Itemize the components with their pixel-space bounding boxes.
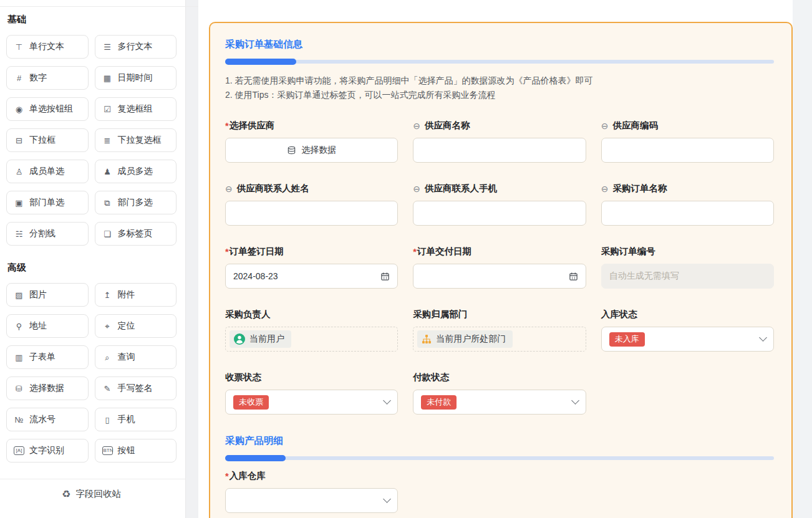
sidebar-item-single-line-text[interactable]: ⊤单行文本	[6, 35, 89, 59]
note-line-1: 1. 若无需使用采购申请功能，将采购产品明细中「选择产品」的数据源改为《产品价格…	[225, 74, 774, 88]
select-data-button-label: 选择数据	[301, 145, 336, 156]
date-value: 2024-08-23	[233, 271, 278, 281]
sidebar-item-dept-single[interactable]: ▣部门单选	[6, 191, 89, 214]
progress-fill	[225, 59, 296, 65]
sidebar-item-select-data[interactable]: ⛁选择数据	[6, 377, 89, 400]
section-heading-basic: 基础	[7, 14, 176, 26]
sidebar-item-serial-number[interactable]: №流水号	[6, 408, 89, 431]
field-label: 入库状态	[601, 309, 774, 320]
basic-fields-grid: ⊤单行文本☰多行文本#数字▦日期时间◉单选按钮组☑复选框组⊟下拉框≣下拉复选框♙…	[6, 35, 176, 246]
sidebar-item-label: 选择数据	[29, 383, 64, 394]
sidebar-item-signature[interactable]: ✎手写签名	[95, 377, 177, 400]
department-picker[interactable]: 当前用户所处部门	[413, 327, 586, 352]
sidebar-item-dropdown-multi[interactable]: ≣下拉复选框	[95, 128, 177, 152]
sidebar-item-multi-line-text[interactable]: ☰多行文本	[95, 35, 177, 59]
payment-status-select[interactable]: 未付款	[413, 390, 586, 415]
sidebar-item-subform[interactable]: ▥子表单	[6, 345, 89, 369]
sidebar-item-label: 部门单选	[29, 197, 64, 208]
field-label-text: 采购订单编号	[601, 246, 655, 257]
field-label-text: 供应商编码	[612, 120, 658, 132]
field-label: ⊖ 供应商编码	[601, 120, 774, 132]
sidebar-item-label: 图片	[29, 289, 47, 300]
sidebar-item-checkbox-group[interactable]: ☑复选框组	[95, 97, 177, 121]
recycle-icon: ♻	[62, 489, 70, 499]
field-label: 采购归属部门	[413, 309, 586, 320]
sidebar-item-multi-tab[interactable]: ❏多标签页	[95, 222, 177, 246]
right-gutter	[793, 0, 812, 518]
field-sign-date: * 订单签订日期 2024-08-23	[225, 246, 398, 289]
selected-form-panel[interactable]: 采购订单基础信息 1. 若无需使用采购申请功能，将采购产品明细中「选择产品」的数…	[209, 22, 793, 518]
field-label: ⊖ 供应商联系人姓名	[225, 183, 398, 194]
field-recycle-bin-button[interactable]: ♻ 字段回收站	[6, 479, 176, 509]
supplier-name-input[interactable]	[413, 138, 586, 163]
sidebar-item-datetime[interactable]: ▦日期时间	[95, 66, 177, 90]
contact-phone-input[interactable]	[413, 201, 586, 226]
field-payment-status: 付款状态 未付款	[413, 372, 586, 415]
sidebar-item-divider[interactable]: ☵分割线	[6, 222, 89, 246]
sidebar-item-phone[interactable]: ▯手机	[95, 408, 177, 431]
required-asterisk: *	[225, 471, 229, 481]
field-label: 付款状态	[413, 372, 586, 383]
field-library-sidebar: 基础 ⊤单行文本☰多行文本#数字▦日期时间◉单选按钮组☑复选框组⊟下拉框≣下拉复…	[0, 0, 186, 518]
radio-group-icon: ◉	[14, 105, 24, 113]
sidebar-item-label: 部门多选	[118, 197, 153, 208]
purchaser-member-picker[interactable]: 当前用户	[225, 327, 398, 352]
sidebar-item-label: 附件	[118, 289, 135, 300]
field-warehouse-status: 入库状态 未入库	[601, 309, 774, 352]
warehouse-status-select[interactable]: 未入库	[601, 327, 774, 352]
field-warehouse: * 入库仓库	[225, 470, 398, 513]
sidebar-item-label: 文字识别	[29, 445, 64, 456]
field-department: 采购归属部门 当前用户所处部门	[413, 309, 586, 352]
sidebar-item-address[interactable]: ⚲地址	[6, 314, 89, 338]
field-invoice-status: 收票状态 未收票	[225, 372, 398, 415]
sidebar-canvas-gap	[186, 0, 198, 518]
field-row-6: * 入库仓库	[225, 470, 774, 513]
chevron-down-icon	[383, 396, 391, 405]
contact-name-input[interactable]	[225, 201, 398, 226]
select-data-button[interactable]: 选择数据	[225, 138, 398, 163]
sidebar-item-image[interactable]: ▨图片	[6, 283, 89, 307]
sidebar-item-member-single[interactable]: ♙成员单选	[6, 160, 89, 183]
sidebar-item-ocr[interactable]: [A]文字识别	[6, 439, 89, 463]
calendar-icon[interactable]	[569, 272, 578, 281]
sidebar-item-radio-group[interactable]: ◉单选按钮组	[6, 97, 89, 121]
location-icon: ⌖	[102, 322, 113, 330]
section-notes: 1. 若无需使用采购申请功能，将采购产品明细中「选择产品」的数据源改为《产品价格…	[225, 74, 774, 102]
field-supplier-code: ⊖ 供应商编码	[601, 120, 774, 163]
status-badge: 未收票	[233, 395, 269, 410]
section-heading-advanced: 高级	[7, 262, 176, 274]
field-contact-name: ⊖ 供应商联系人姓名	[225, 183, 398, 226]
link-icon: ⊖	[601, 121, 609, 131]
section-progress-1	[225, 59, 774, 65]
sign-date-input[interactable]: 2024-08-23	[225, 264, 398, 289]
invoice-status-select[interactable]: 未收票	[225, 390, 398, 415]
sidebar-item-member-multi[interactable]: ♟成员多选	[95, 160, 177, 183]
advanced-fields-grid: ▨图片↥附件⚲地址⌖定位▥子表单⌕查询⛁选择数据✎手写签名№流水号▯手机[A]文…	[6, 283, 176, 463]
section-title-order-info: 采购订单基础信息	[225, 38, 774, 51]
user-icon	[234, 333, 245, 345]
sidebar-item-label: 流水号	[29, 414, 56, 425]
field-label-text: 选择供应商	[230, 120, 275, 132]
sidebar-item-number[interactable]: #数字	[6, 66, 89, 90]
sidebar-item-attachment[interactable]: ↥附件	[95, 283, 177, 307]
attachment-icon: ↥	[102, 291, 113, 299]
required-asterisk: *	[225, 121, 229, 131]
calendar-icon[interactable]	[380, 272, 390, 281]
sidebar-item-label: 按钮	[118, 445, 135, 456]
sidebar-item-dept-multi[interactable]: ⧉部门多选	[95, 191, 177, 214]
field-label: 收票状态	[225, 372, 398, 383]
sidebar-item-query[interactable]: ⌕查询	[95, 345, 177, 369]
sidebar-item-location[interactable]: ⌖定位	[95, 314, 177, 338]
warehouse-select[interactable]	[225, 488, 398, 513]
multi-tab-icon: ❏	[102, 230, 113, 238]
field-supplier-name: ⊖ 供应商名称	[413, 120, 586, 163]
sidebar-item-dropdown[interactable]: ⊟下拉框	[6, 128, 89, 152]
field-select-supplier: * 选择供应商 选择数据	[225, 120, 398, 163]
number-icon: #	[14, 74, 24, 82]
delivery-date-input[interactable]	[413, 264, 586, 289]
supplier-code-input[interactable]	[601, 138, 774, 163]
link-icon: ⊖	[413, 184, 420, 194]
database-icon	[287, 146, 296, 155]
order-name-input[interactable]	[601, 201, 774, 226]
sidebar-item-button[interactable]: BTN按钮	[95, 439, 177, 463]
